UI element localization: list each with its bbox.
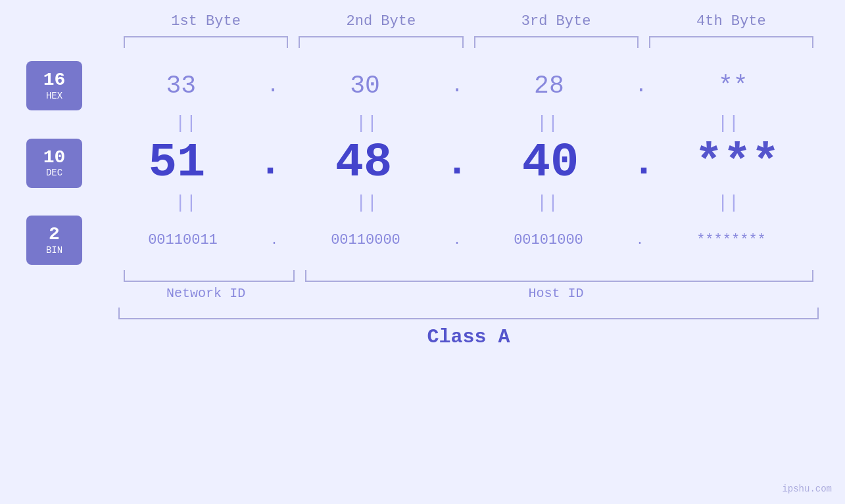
bin-dot3: . [636,233,644,248]
bottom-brackets [26,270,819,282]
hex-byte2-value: 30 [350,72,380,100]
bin-byte2-value: 00110000 [331,232,400,248]
hex-byte4-cell: ** [647,72,819,100]
hex-badge: 16 HEX [26,61,82,110]
bin-base-number: 2 [49,225,60,245]
network-id-label: Network ID [118,286,293,301]
bin-bytes: 00110011 . 00110000 . 00101000 . *******… [95,232,819,248]
dec-dot2: . [445,141,469,185]
dec-byte4-cell: *** [656,136,819,190]
hex-byte3-value: 28 [534,72,564,100]
hex-dot1: . [267,74,279,98]
hex-byte1-cell: 33 [95,72,267,100]
equals-row-2: || || || || [26,193,819,213]
bin-byte3-value: 00101000 [514,232,583,248]
byte4-header: 4th Byte [644,13,819,30]
bin-row: 2 BIN 00110011 . 00110000 . 00101000 . *… [26,216,819,265]
eq2-b3: || [457,193,638,213]
bracket-network [124,270,295,282]
outer-bracket-row [26,308,819,319]
dec-byte2-cell: 48 [282,136,445,190]
class-row: Class A [26,326,819,348]
class-label: Class A [427,326,510,348]
eq2-b4: || [638,193,819,213]
dec-byte3-cell: 40 [469,136,632,190]
dec-byte1-cell: 51 [95,136,258,190]
hex-dot3: . [635,74,647,98]
bin-badge: 2 BIN [26,216,82,265]
dec-byte2-value: 48 [335,136,392,190]
eq1-b1: || [95,113,276,133]
bin-byte4-value: ******** [696,232,766,248]
byte3-header: 3rd Byte [469,13,644,30]
equals-row-1: || || || || [26,113,819,133]
main-container: 1st Byte 2nd Byte 3rd Byte 4th Byte 16 H… [0,0,845,504]
dec-dot1: . [258,141,282,185]
hex-row: 16 HEX 33 . 30 . 28 . ** [26,61,819,110]
bin-dot2: . [453,233,461,248]
bin-byte3-cell: 00101000 [461,232,636,248]
dec-base-number: 10 [43,148,66,168]
hex-byte2-cell: 30 [279,72,451,100]
bin-byte1-value: 00110011 [148,232,218,248]
id-label-row: Network ID Host ID [26,286,819,301]
dec-dot3: . [632,141,656,185]
outer-bracket [118,308,819,319]
dec-byte1-value: 51 [149,136,205,190]
eq2-b1: || [95,193,276,213]
dec-bytes: 51 . 48 . 40 . *** [95,136,819,190]
byte2-header: 2nd Byte [293,13,468,30]
hex-bytes: 33 . 30 . 28 . ** [95,72,819,100]
dec-badge: 10 DEC [26,139,82,188]
hex-base-number: 16 [43,70,66,91]
eq2-b2: || [276,193,457,213]
bracket-top-4 [649,36,813,48]
bin-byte2-cell: 00110000 [278,232,453,248]
top-brackets [26,36,819,48]
footer-text: ipshu.com [782,484,832,494]
eq1-b3: || [457,113,638,133]
dec-byte4-value: *** [694,136,780,190]
bracket-host [305,270,813,282]
hex-byte4-value: ** [718,72,748,100]
bin-byte4-cell: ******** [644,232,819,248]
hex-byte3-cell: 28 [464,72,635,100]
hex-byte1-value: 33 [166,72,196,100]
host-id-label: Host ID [293,286,819,301]
bin-dot1: . [270,233,278,248]
eq1-b4: || [638,113,819,133]
hex-base-label: HEX [46,91,62,101]
dec-row: 10 DEC 51 . 48 . 40 . *** [26,136,819,190]
byte1-header: 1st Byte [118,13,293,30]
eq1-b2: || [276,113,457,133]
bin-byte1-cell: 00110011 [95,232,270,248]
bracket-top-3 [474,36,639,48]
hex-dot2: . [450,74,463,98]
dec-byte3-value: 40 [522,136,579,190]
bracket-top-2 [299,36,463,48]
header-row: 1st Byte 2nd Byte 3rd Byte 4th Byte [26,13,819,30]
dec-base-label: DEC [46,168,62,178]
bracket-top-1 [124,36,288,48]
bin-base-label: BIN [46,245,62,256]
